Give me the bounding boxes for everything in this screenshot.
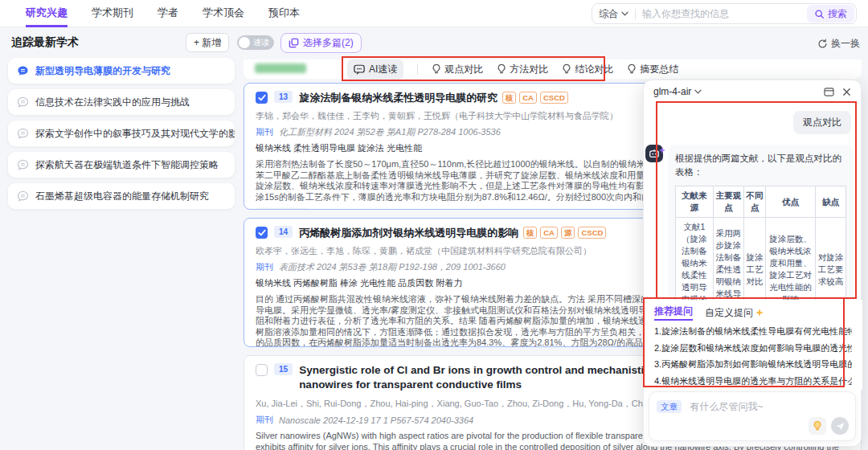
sidebar-item-graphene[interactable]: 石墨烯基超级电容器的能量存储机制研究 — [8, 183, 235, 209]
chat-panel-header: glm-4-air — [644, 80, 861, 103]
question-item[interactable]: 4.银纳米线透明导电膜的透光率与方阻的关系是什么？ — [654, 373, 852, 390]
paper-checkbox[interactable] — [256, 92, 268, 104]
table-cell: 旋涂工艺对比 — [743, 218, 766, 301]
search-input[interactable]: 输入你想查找的信息 — [636, 7, 807, 21]
question-item[interactable]: 1.旋涂法制备的银纳米线柔性导电膜有何光电性能特点？ — [654, 323, 852, 340]
journal-badge: 核 — [502, 92, 517, 104]
tab-scholars[interactable]: 学者 — [158, 0, 178, 27]
lightbulb-icon — [627, 63, 637, 75]
research-interest-sidebar: 新型透明导电薄膜的开发与研究 信息技术在法律实践中的应用与挑战 探索文学创作中的… — [8, 58, 235, 215]
ai-chat-panel: glm-4-air 观点对比 根据提供的两篇文献，以下是观点对比的表格： — [643, 80, 862, 447]
section-title: 追踪最新学术 — [11, 35, 79, 50]
method-compare-button[interactable]: 方法对比 — [497, 63, 548, 76]
tab-top-conferences[interactable]: 学术顶会 — [203, 0, 244, 27]
lightbulb-icon — [432, 63, 441, 75]
paper-title[interactable]: 丙烯酸树脂添加剂对银纳米线透明导电膜的影响 核 CA 源 CSCD — [299, 226, 606, 239]
sidebar-item-label: 信息技术在法律实践中的应用与挑战 — [35, 96, 190, 109]
question-item[interactable]: 5.过量丙烯酸树脂添加剂对银纳米线导电性有何影响？ — [654, 389, 852, 390]
chat-bubble-icon — [17, 96, 29, 108]
global-search-box[interactable]: 综合 输入你想查找的信息 搜索 — [592, 3, 857, 24]
chevron-down-icon — [621, 11, 628, 16]
sidebar-item-spacecraft[interactable]: 探索航天器在极端轨道条件下智能调控策略 — [8, 152, 235, 178]
ai-read-button[interactable]: AI速读 — [347, 59, 403, 80]
chat-bubble-icon — [17, 65, 29, 77]
app-screen: 研究兴趣 学术期刊 学者 学术顶会 预印本 综合 输入你想查找的信息 搜索 追踪… — [0, 0, 868, 450]
paper-title-text: 丙烯酸树脂添加剂对银纳米线透明导电膜的影响 — [299, 227, 518, 239]
summary-button[interactable]: 摘要总结 — [627, 63, 678, 76]
search-scope-select[interactable]: 综合 — [592, 7, 635, 21]
table-cell: 采用两步旋涂法制备柔性透明银纳米线导电薄膜 — [713, 218, 743, 301]
paper-badges: 核 CA CSCD — [502, 92, 568, 104]
table-header: 缺点 — [815, 186, 845, 218]
lightbulb-icon — [497, 63, 506, 75]
tab-research-interest[interactable]: 研究兴趣 — [26, 0, 68, 27]
journal-info: 化工新型材料 2024 第52卷 第A1期 P278-284 1006-3536 — [279, 126, 501, 138]
search-button[interactable]: 搜索 — [807, 5, 854, 22]
speed-read-toggle[interactable]: 速读 — [237, 35, 274, 50]
lightbulb-icon — [562, 63, 571, 75]
sidebar-item-transparent-film[interactable]: 新型透明导电薄膜的开发与研究 — [8, 58, 235, 84]
viewpoint-compare-label: 观点对比 — [444, 63, 483, 76]
tab-preprints[interactable]: 预印本 — [268, 0, 300, 27]
comparison-table: 文献来源 主要观点 不同点 优点 缺点 文献1（旋涂法制备银纳米线柔性透明导电膜… — [675, 186, 846, 300]
paper-title[interactable]: 旋涂法制备银纳米线柔性透明导电膜的研究 核 CA CSCD — [299, 91, 568, 104]
conclusion-compare-button[interactable]: 结论对比 — [562, 63, 613, 76]
model-selector[interactable]: glm-4-air — [653, 86, 702, 97]
journal-badge: 源 — [561, 227, 575, 239]
viewpoint-compare-button[interactable]: 观点对比 — [432, 63, 483, 76]
tab-recommended-questions[interactable]: 推荐提问 — [654, 305, 693, 321]
blurred-badge — [255, 63, 306, 73]
refresh-label: 换一换 — [831, 37, 860, 51]
sub-toolbar: 追踪最新学术 + 新增 速读 选择多篇(2) AI速读 观点对比 方法对比 — [0, 27, 868, 58]
sidebar-item-label: 石墨烯基超级电容器的能量存储机制研究 — [35, 190, 209, 203]
copy-icon — [289, 38, 299, 48]
sidebar-item-literature[interactable]: 探索文学创作中的叙事技巧及其对现代文学的影响 — [8, 121, 235, 146]
refresh-button[interactable]: 换一换 — [817, 37, 860, 51]
tab-academic-journals[interactable]: 学术期刊 — [92, 0, 133, 27]
article-badge: 文章 — [657, 400, 682, 413]
chat-bubble-icon — [17, 159, 29, 171]
sidebar-item-label: 探索航天器在极端轨道条件下智能调控策略 — [35, 158, 219, 172]
journal-label: 期刊 — [256, 126, 273, 138]
assistant-message: 根据提供的两篇文献，以下是观点对比的表格： 文献来源 主要观点 不同点 优点 缺… — [668, 145, 854, 300]
journal-badge: CA — [540, 227, 558, 239]
sidebar-item-it-law[interactable]: 信息技术在法律实践中的应用与挑战 — [8, 89, 235, 115]
top-navigation-bar: 研究兴趣 学术期刊 学者 学术顶会 预印本 综合 输入你想查找的信息 搜索 — [0, 0, 868, 27]
table-header: 不同点 — [743, 186, 766, 218]
panel-window-icon[interactable] — [824, 88, 834, 96]
paper-number: 15 — [274, 363, 293, 375]
chat-input-box[interactable]: 文章 有什么尽管问我~ — [649, 391, 856, 441]
chat-bubble-icon — [17, 128, 29, 140]
refresh-icon — [817, 39, 828, 49]
multi-select-button[interactable]: 选择多篇(2) — [280, 33, 362, 53]
question-item[interactable]: 2.旋涂层数和银纳米线浓度如何影响导电膜的透光性？ — [654, 340, 852, 357]
tab-custom-question[interactable]: 自定义提问 — [705, 306, 764, 320]
add-new-button[interactable]: + 新增 — [186, 33, 229, 52]
table-header: 主要观点 — [713, 186, 743, 218]
toggle-label: 速读 — [253, 37, 269, 48]
close-icon[interactable] — [842, 88, 851, 96]
paper-title-text: 旋涂法制备银纳米线柔性透明导电膜的研究 — [299, 92, 497, 104]
journal-badge: CSCD — [540, 92, 568, 104]
paper-checkbox[interactable] — [256, 227, 268, 239]
question-item[interactable]: 3.丙烯酸树脂添加剂如何影响银纳米线透明导电膜的附着力？ — [654, 356, 852, 373]
sparkle-icon — [755, 309, 764, 317]
toolbar-divider — [417, 63, 418, 75]
model-name: glm-4-air — [653, 86, 691, 97]
sidebar-item-label: 探索文学创作中的叙事技巧及其对现代文学的影响 — [35, 127, 235, 141]
paper-badges: 核 CA 源 CSCD — [523, 227, 607, 239]
suggested-questions-section: 推荐提问 自定义提问 1.旋涂法制备的银纳米线柔性导电膜有何光电性能特点？ 2.… — [644, 300, 862, 390]
method-compare-label: 方法对比 — [510, 63, 548, 76]
multi-select-label: 选择多篇(2) — [303, 36, 354, 50]
paper-checkbox[interactable] — [256, 364, 268, 376]
send-button[interactable] — [831, 417, 849, 435]
sidebar-item-label: 新型透明导电薄膜的开发与研究 — [35, 64, 170, 78]
search-button-label: 搜索 — [828, 7, 847, 21]
lightbulb-button[interactable] — [809, 417, 826, 435]
search-scope-value: 综合 — [599, 7, 618, 21]
ai-actions-toolbar: AI速读 观点对比 方法对比 结论对比 摘要总结 — [347, 58, 678, 80]
journal-info: Nanoscale 2024-12-19 17 1 P567-574 2040-… — [279, 415, 473, 425]
journal-info: 表面技术 2024 第53卷 第18期 P192-198，209 1001-36… — [279, 261, 506, 273]
chat-input-placeholder: 有什么尽管问我~ — [690, 401, 763, 412]
search-icon — [814, 9, 825, 19]
